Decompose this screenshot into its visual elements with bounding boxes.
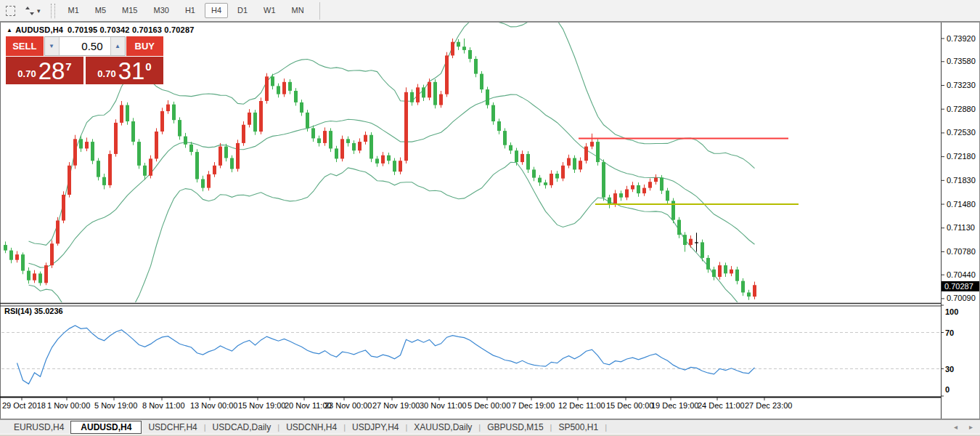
timeframe-button-m30[interactable]: M30 [147,3,176,18]
sell-button[interactable]: SELL [6,36,44,56]
volume-input[interactable] [60,37,110,55]
rsi-axis-label: 30 [945,365,954,374]
timeframe-button-h1[interactable]: H1 [179,3,202,18]
price-axis-label: 0.71830 [947,176,976,185]
sell-price-display[interactable]: 0.70 28 7 [6,57,84,84]
time-axis-label: 15 Dec 00:00 [606,401,653,410]
time-axis-label: 8 Nov 11:00 [142,401,185,410]
chart-tab-usdcad[interactable]: USDCAD,Daily [206,421,278,433]
buy-price-prefix: 0.70 [97,68,115,79]
chart-tab-usdjpy[interactable]: USDJPY,H4 [346,421,405,433]
price-axis-label: 0.73230 [947,81,976,89]
time-axis-label: 12 Dec 11:00 [558,401,605,410]
rsi-axis-label: 70 [945,328,954,337]
toolbar-gripper[interactable] [51,4,55,18]
chart-ohlc-readout: 0.70195 0.70342 0.70163 0.70287 [68,25,194,34]
timeframe-button-d1[interactable]: D1 [231,3,254,18]
chart-tab-gbpusd[interactable]: GBPUSD,M15 [481,421,550,433]
price-axis-label: 0.72880 [947,105,976,113]
volume-spinner: ▼ ▲ [44,36,126,56]
select-rectangle-tool-button[interactable] [2,2,19,20]
price-axis-label: 0.73920 [947,34,976,43]
tab-scroll-left-button[interactable]: ◂ [954,423,957,431]
timeframe-button-mn[interactable]: MN [285,3,311,18]
price-axis-label: 0.71480 [947,200,976,209]
sort-arrows-icon [25,6,35,16]
toolbar: ▾ M1M5M15M30H1H4D1W1MN [0,0,980,22]
time-axis-label: 5 Nov 19:00 [94,401,137,410]
time-axis-label: 13 Nov 00:00 [190,401,237,410]
chart-tab-audusd[interactable]: AUDUSD,H4 [70,421,142,434]
buy-price-display[interactable]: 0.70 31 0 [85,57,163,84]
timeframe-button-m15[interactable]: M15 [115,3,144,18]
timeframe-button-m5[interactable]: M5 [89,3,113,18]
select-rectangle-icon [6,6,15,16]
volume-decrease-button[interactable]: ▼ [45,37,60,55]
chart-tab-eurusd[interactable]: EURUSD,H4 [7,421,70,433]
sell-price-main: 28 [38,60,65,82]
time-axis-label: 5 Dec 00:00 [467,401,510,410]
chart-tab-usdchf[interactable]: USDCHF,H4 [142,421,203,433]
time-axis-label: 29 Oct 2018 [2,401,46,410]
time-axis-label: 27 Nov 19:00 [372,401,420,410]
chart-tab-xauusd[interactable]: XAUUSD,Daily [407,421,478,433]
current-price-tag: 0.70287 [942,281,979,291]
buy-price-main: 31 [118,60,145,82]
buy-button[interactable]: BUY [126,36,164,56]
rsi-axis-label: 100 [945,307,958,316]
time-axis-label: 27 Dec 23:00 [745,401,792,410]
rsi-line [17,326,755,384]
time-axis-label: 7 Dec 19:00 [512,401,555,410]
time-axis-label: 24 Dec 11:00 [698,401,745,410]
tab-scroll-right-button[interactable]: ▸ [969,423,973,431]
chart-tab-bar: EURUSD,H4AUDUSD,H4USDCHF,H4|USDCAD,Daily… [0,419,980,434]
chart-symbol-label: AUDUSD,H4 [15,25,63,34]
price-axis-label: 0.72180 [947,152,976,161]
price-axis-label: 0.70780 [947,247,976,256]
time-axis-label: 30 Nov 11:00 [420,401,467,410]
volume-increase-button[interactable]: ▲ [110,37,125,55]
timeframe-button-m1[interactable]: M1 [62,3,86,18]
toolbar-separator [319,2,320,20]
time-axis-label: 23 Nov 00:00 [324,401,372,410]
dropdown-caret-icon[interactable]: ▾ [37,7,41,15]
chart-tab-sp500[interactable]: SP500,H1 [552,421,605,433]
sell-price-prefix: 0.70 [17,68,36,79]
sell-price-pip: 7 [65,60,71,73]
time-axis-label: 19 Dec 19:00 [651,401,698,410]
collapse-arrow-icon[interactable]: ▲ [7,27,12,33]
timeframe-buttons: M1M5M15M30H1H4D1W1MN [60,3,312,18]
time-axis-label: 15 Nov 19:00 [238,401,285,410]
price-axis-label: 0.73580 [947,57,976,65]
chart-title: ▲AUDUSD,H40.70195 0.70342 0.70163 0.7028… [7,25,195,34]
timeframe-button-w1[interactable]: W1 [257,3,282,18]
price-axis-label: 0.70440 [947,270,976,279]
time-axis-label: 1 Nov 00:00 [47,401,90,410]
arrange-windows-button[interactable]: ▾ [21,2,44,20]
rsi-indicator-label: RSI(14) 35.0236 [4,307,63,315]
rsi-axis-label: 0 [945,385,950,394]
price-axis-label: 0.71130 [947,223,975,232]
tab-separator: | [605,423,607,432]
chart-tab-usdcnh[interactable]: USDCNH,H4 [279,421,343,433]
price-axis-label: 0.70090 [947,294,976,302]
buy-price-pip: 0 [145,60,151,73]
price-axis-label: 0.72530 [947,128,976,137]
timeframe-button-h4[interactable]: H4 [205,3,228,18]
one-click-trading-panel: SELL ▼ ▲ BUY 0.70 28 7 0.70 31 0 [6,36,163,84]
